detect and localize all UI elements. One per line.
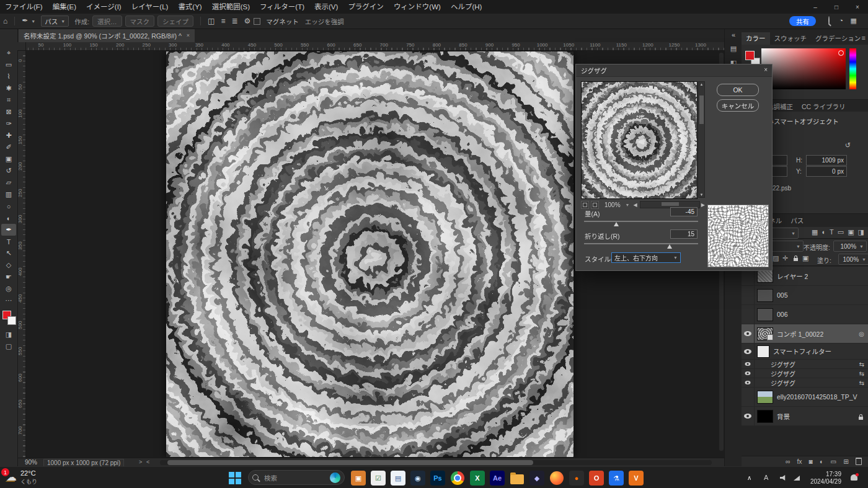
search-icon[interactable] [828,17,830,24]
visibility-eye-icon[interactable] [745,371,751,375]
share-button[interactable]: 共有 [789,16,816,26]
help-icon[interactable]: ◔ [839,17,843,24]
scrollbar-thumb[interactable] [167,460,533,465]
taskbar-app-chrome[interactable] [450,471,465,486]
add-mask-icon[interactable]: ◙ [809,456,813,466]
filter-toggle-icon[interactable]: ◨ [858,228,864,236]
move-tool[interactable]: ⌖ [1,47,16,59]
layer-style-icon[interactable]: fx [797,456,802,466]
smart-filter-row[interactable]: ジグザグ⇆ [742,360,868,369]
menu-item[interactable]: ウィンドウ(W) [389,0,446,14]
new-layer-icon[interactable]: ⊞ [843,456,849,466]
layer-row[interactable]: スマートフィルター [742,344,868,360]
taskbar-app-vlc[interactable]: V [629,471,644,486]
path-alignment-icon[interactable]: ≡ [221,14,225,29]
background-color-swatch[interactable] [7,316,16,325]
marquee-tool[interactable]: ▭ [1,59,16,71]
eye-cell[interactable] [742,286,755,304]
home-icon[interactable]: ⌂ [3,14,7,29]
eye-cell[interactable] [742,344,755,359]
status-next-icon[interactable]: > [139,459,142,465]
zoom-out-button[interactable] [581,201,589,209]
eyedropper-tool[interactable]: ✑ [1,118,16,130]
slider-thumb[interactable] [614,222,619,226]
edit-toolbar[interactable]: ⋯ [1,295,16,306]
taskbar-app-app-blue[interactable]: ⚗ [609,471,624,486]
history-brush-tool[interactable]: ↺ [1,165,16,177]
collapse-panels-icon[interactable]: « [725,31,742,38]
pen-tool[interactable]: ✒ [1,224,16,236]
smart-filter-row[interactable]: ジグザグ⇆ [742,369,868,378]
canvas-image[interactable] [166,51,574,457]
tab-CC ライブラリ[interactable]: CC ライブラリ [797,100,850,113]
dialog-close-icon[interactable]: × [764,66,768,73]
zoom-tool[interactable]: ◎ [1,283,16,295]
menu-item[interactable]: 選択範囲(S) [207,0,255,14]
make-shape-button[interactable]: シェイプ [157,16,193,27]
path-selection-tool[interactable]: ↖ [1,247,16,259]
taskbar-app-app-red[interactable]: O [589,471,604,486]
filter-type-layers-icon[interactable]: T [830,228,834,236]
ridges-input[interactable]: 15 [670,229,698,239]
layer-row[interactable]: 背景 [742,407,868,426]
delete-layer-icon[interactable] [856,458,862,465]
panel-menu-icon[interactable]: ≡ [862,34,866,42]
color-field[interactable] [761,48,846,89]
layer-thumbnail[interactable] [757,308,773,321]
taskbar-app-excel[interactable]: X [470,471,485,486]
filter-options-icon[interactable]: ⇆ [859,361,864,368]
notification-bell-icon[interactable] [851,474,857,481]
filter-smart-object-icon[interactable]: ▣ [848,228,854,236]
dodge-tool[interactable]: ◐ [1,212,16,224]
menu-item[interactable]: イメージ(I) [81,0,126,14]
zoom-chevron-icon[interactable]: ▼ [626,203,630,207]
blur-tool[interactable]: ○ [1,200,16,212]
screen-mode-icon[interactable]: ▢ [0,342,17,350]
ok-button[interactable]: OK [717,84,759,96]
link-layers-icon[interactable]: ∞ [786,456,790,466]
histogram-panel-icon[interactable]: ▤ [725,45,742,53]
scroll-up-icon[interactable]: ▲ [699,82,704,86]
quick-selection-tool[interactable]: ✱ [1,82,16,94]
layer-mask-thumbnail[interactable] [757,345,769,358]
eye-cell[interactable] [742,407,755,425]
menu-item[interactable]: 書式(Y) [173,0,206,14]
taskbar-app-app-orange[interactable]: ▣ [351,471,366,486]
taskbar-app-app-dark[interactable]: ◆ [529,471,544,486]
weather-widget[interactable]: ☁ 22°C くもり [6,469,37,486]
taskbar-app-photoshop[interactable]: Ps [430,471,445,486]
tool-mode-select[interactable]: パス▼ [41,16,69,27]
eye-cell[interactable] [742,360,755,368]
menu-item[interactable]: ヘルプ(H) [446,0,487,14]
workspace-icon[interactable]: ▦ [851,17,857,25]
clock[interactable]: 17:39 2024/04/29 [809,471,841,486]
dialog-title-bar[interactable]: ジグザグ × [576,64,772,77]
start-button[interactable] [228,471,243,486]
scroll-right-icon[interactable]: ▶ [701,202,705,208]
layer-row[interactable]: elly20160701425018_TP_V [742,388,868,407]
scrollbar-thumb[interactable] [662,202,679,206]
layer-row[interactable]: 006 [742,305,868,324]
taskbar-app-steam[interactable]: ◉ [410,471,425,486]
scroll-down-icon[interactable]: ▼ [699,193,704,197]
lock-pixels-icon[interactable]: ▣ [802,254,808,262]
taskbar-search[interactable]: 検索 [248,470,345,485]
scrollbar-thumb[interactable] [699,95,704,124]
volume-icon[interactable] [780,475,787,481]
hidden-icons-caret[interactable]: ∧ [747,474,751,481]
eye-cell[interactable] [742,369,755,378]
tab-グラデーション[interactable]: グラデーション [811,32,865,45]
frame-tool[interactable]: ⊠ [1,106,16,118]
amount-input[interactable]: -45 [670,207,698,216]
smart-filter-indicator-icon[interactable]: ◎ [859,331,864,337]
current-tool-icon[interactable]: ✒▼ [22,14,35,29]
style-select[interactable]: 左上、右下方向▼ [611,252,681,263]
taskbar-app-app-dot[interactable]: ● [569,471,584,486]
cancel-button[interactable]: キャンセル [717,99,759,112]
path-operations-icon[interactable]: ◫ [208,14,215,29]
visibility-eye-icon[interactable] [744,414,751,419]
shape-tool[interactable]: ◇ [1,259,16,271]
maximize-button[interactable]: □ [826,0,847,14]
filter-options-icon[interactable]: ⇆ [859,370,864,377]
foreground-color-swatch[interactable] [745,51,755,60]
